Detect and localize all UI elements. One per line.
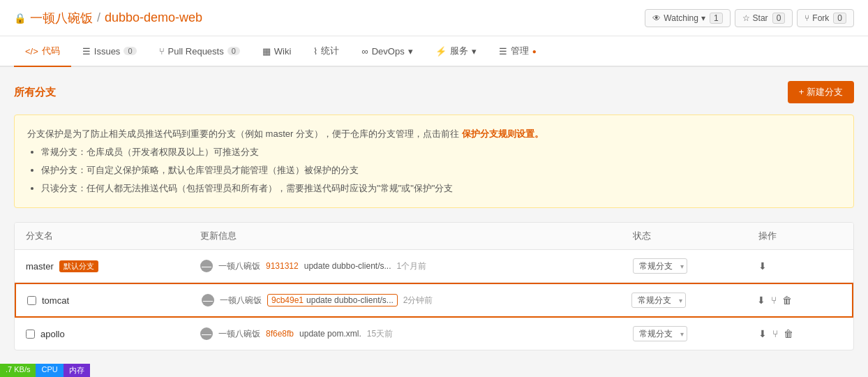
col-header-update: 更新信息 (200, 230, 633, 242)
star-icon: ☆ (742, 13, 750, 23)
status-bar: .7 KB/s CPU 内存 (0, 364, 90, 364)
nav-item-pullrequests[interactable]: ⑂ Pull Requests 0 (148, 38, 251, 66)
manage-dot: ● (532, 47, 537, 55)
info-box: 分支保护是为了防止相关成员推送代码到重要的分支（例如 master 分支），便于… (14, 114, 854, 208)
avatar-apollo: — (200, 327, 213, 340)
col-header-actions: 操作 (758, 230, 842, 242)
message-tomcat: update dubbo-client/s... (306, 295, 394, 305)
separator: / (97, 10, 100, 25)
service-icon: ⚡ (435, 46, 447, 57)
branch-name-master: master 默认分支 (26, 260, 200, 272)
devops-icon: ∞ (361, 46, 368, 57)
col-header-branch: 分支名 (26, 230, 200, 242)
master-name: master (26, 261, 54, 272)
download-icon-tomcat[interactable]: ⬇ (757, 295, 765, 306)
service-dropdown-icon: ▾ (472, 46, 477, 57)
nav-item-issues[interactable]: ☰ Issues 0 (71, 38, 148, 66)
download-icon-master[interactable]: ⬇ (758, 260, 767, 272)
nav-pr-label: Pull Requests (168, 46, 224, 57)
actions-tomcat: ⬇ ⑂ 🗑 (757, 295, 841, 306)
status-apollo: 常规分支 保护分支 只读分支 (633, 326, 758, 341)
time-master: 1个月前 (396, 260, 426, 272)
speed-tag[interactable]: .7 KB/s (0, 364, 36, 364)
branch-name-apollo: apollo (26, 329, 200, 339)
cpu-tag[interactable]: CPU (36, 364, 63, 364)
star-label: Star (753, 13, 768, 23)
author-tomcat: 一顿八碗饭 (220, 295, 262, 306)
nav-item-code[interactable]: </> 代码 (14, 36, 71, 67)
status-select-apollo[interactable]: 常规分支 保护分支 只读分支 (633, 326, 687, 341)
repo-title: 🔒 一顿八碗饭 / dubbo-demo-web (14, 10, 202, 27)
status-tomcat: 常规分支 保护分支 只读分支 (631, 293, 757, 308)
watch-label: Watching (664, 13, 698, 23)
checkbox-apollo[interactable] (26, 330, 35, 339)
default-badge: 默认分支 (59, 260, 98, 272)
branches-table: 分支名 更新信息 状态 操作 master 默认分支 — 一顿八碗饭 91313… (14, 222, 854, 350)
merge-icon-apollo[interactable]: ⑂ (772, 328, 778, 339)
sha-apollo[interactable]: 8f6e8fb (266, 329, 294, 339)
page-header: 所有分支 + 新建分支 (14, 81, 854, 103)
star-count: 0 (772, 13, 786, 24)
sha-master[interactable]: 9131312 (266, 261, 299, 271)
header-actions: 👁 Watching ▾ 1 ☆ Star 0 ⑂ Fork 0 (645, 9, 854, 27)
wiki-icon: ▦ (262, 46, 271, 57)
code-icon: </> (25, 46, 38, 57)
table-row: tomcat — 一顿八碗饭 9cb49e1 update dubbo-clie… (15, 283, 853, 318)
time-apollo: 15天前 (367, 328, 393, 340)
nav-item-wiki[interactable]: ▦ Wiki (251, 38, 303, 66)
table-row: apollo — 一顿八碗饭 8f6e8fb update pom.xml. 1… (15, 318, 853, 350)
commit-info-apollo: — 一顿八碗饭 8f6e8fb update pom.xml. 15天前 (200, 327, 633, 340)
sha-tomcat[interactable]: 9cb49e1 (271, 295, 304, 305)
col-header-status: 状态 (633, 230, 758, 242)
header: 🔒 一顿八碗饭 / dubbo-demo-web 👁 Watching ▾ 1 … (0, 0, 868, 36)
star-button[interactable]: ☆ Star 0 (735, 9, 793, 27)
avatar-master: — (200, 260, 213, 272)
branch-name-tomcat: tomcat (27, 295, 202, 306)
repo-name-link[interactable]: dubbo-demo-web (105, 10, 202, 25)
actions-apollo: ⬇ ⑂ 🗑 (758, 328, 842, 339)
nav-item-manage[interactable]: ☰ 管理 ● (488, 36, 548, 67)
status-select-tomcat[interactable]: 常规分支 保护分支 只读分支 (631, 293, 686, 308)
nav-item-stats[interactable]: ⌇ 统计 (302, 36, 350, 67)
nav-stats-label: 统计 (321, 45, 339, 57)
status-select-master[interactable]: 常规分支 保护分支 只读分支 (633, 258, 687, 274)
table-header: 分支名 更新信息 状态 操作 (15, 223, 853, 250)
page-title: 所有分支 (14, 86, 56, 99)
fork-button[interactable]: ⑂ Fork 0 (797, 9, 854, 27)
commit-info-master: — 一顿八碗饭 9131312 update dubbo-client/s...… (200, 260, 633, 272)
issues-icon: ☰ (82, 46, 91, 57)
devops-dropdown-icon: ▾ (408, 46, 413, 57)
nav-service-label: 服务 (450, 45, 468, 57)
merge-icon-tomcat[interactable]: ⑂ (771, 295, 777, 306)
table-row: master 默认分支 — 一顿八碗饭 9131312 update dubbo… (15, 250, 853, 283)
pr-icon: ⑂ (159, 46, 165, 57)
nav-code-label: 代码 (42, 45, 60, 57)
checkbox-tomcat[interactable] (27, 296, 36, 305)
nav-bar: </> 代码 ☰ Issues 0 ⑂ Pull Requests 0 ▦ Wi… (0, 36, 868, 67)
eye-icon: 👁 (652, 13, 661, 23)
fork-count: 0 (833, 13, 846, 24)
nav-manage-label: 管理 (511, 45, 529, 57)
info-item-1: 常规分支：仓库成员（开发者权限及以上）可推送分支 (41, 143, 841, 161)
delete-icon-tomcat[interactable]: 🗑 (782, 295, 792, 306)
time-tomcat: 2分钟前 (403, 295, 433, 306)
pr-badge: 0 (227, 47, 240, 55)
download-icon-apollo[interactable]: ⬇ (758, 328, 767, 339)
branch-rules-link[interactable]: 保护分支规则设置。 (462, 128, 544, 139)
tomcat-name: tomcat (42, 295, 69, 306)
stats-icon: ⌇ (313, 46, 317, 57)
nav-devops-label: DevOps (372, 46, 405, 57)
info-list: 常规分支：仓库成员（开发者权限及以上）可推送分支 保护分支：可自定义保护策略，默… (27, 143, 841, 198)
info-item-2: 保护分支：可自定义保护策略，默认仓库管理员才能管理（推送）被保护的分支 (41, 161, 841, 179)
info-item-3: 只读分支：任何人都无法推送代码（包括管理员和所有者），需要推送代码时应设为"常规… (41, 179, 841, 198)
new-branch-button[interactable]: + 新建分支 (788, 81, 854, 103)
lock-icon: 🔒 (14, 13, 26, 24)
fork-label: Fork (812, 13, 829, 23)
nav-item-service[interactable]: ⚡ 服务 ▾ (424, 36, 488, 67)
info-intro: 分支保护是为了防止相关成员推送代码到重要的分支（例如 master 分支），便于… (27, 125, 841, 143)
repo-owner-link[interactable]: 一顿八碗饭 (30, 10, 93, 27)
nav-item-devops[interactable]: ∞ DevOps ▾ (350, 38, 424, 66)
watch-button[interactable]: 👁 Watching ▾ 1 (645, 9, 730, 27)
mem-tag[interactable]: 内存 (63, 364, 90, 364)
delete-icon-apollo[interactable]: 🗑 (784, 328, 793, 339)
